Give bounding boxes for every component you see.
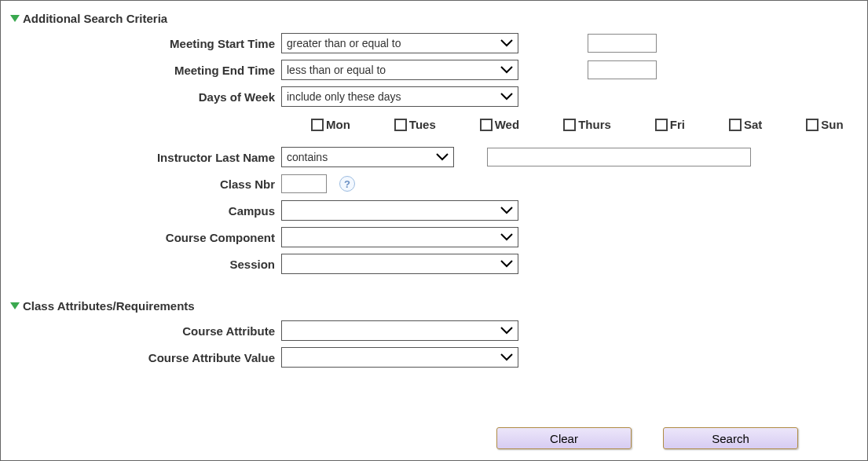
day-tues: Tues	[394, 118, 436, 131]
day-sat-label: Sat	[744, 118, 762, 131]
meeting-start-label: Meeting Start Time	[10, 37, 281, 50]
day-tues-label: Tues	[409, 118, 436, 131]
days-checkbox-row: Mon Tues Wed Thurs Fri Sat	[281, 112, 858, 142]
class-nbr-label: Class Nbr	[10, 177, 281, 191]
day-fri-label: Fri	[670, 118, 685, 131]
chevron-down-icon	[500, 93, 513, 101]
chevron-down-icon	[500, 66, 513, 74]
instructor-name-input[interactable]	[487, 148, 751, 166]
days-of-week-operator-select[interactable]: include only these days	[281, 86, 518, 107]
day-wed-label: Wed	[495, 118, 519, 131]
section2-title: Class Attributes/Requirements	[23, 299, 195, 313]
course-attribute-value-select[interactable]	[281, 347, 518, 368]
chevron-down-icon	[500, 233, 513, 241]
day-thurs: Thurs	[563, 118, 611, 131]
day-thurs-label: Thurs	[578, 118, 611, 131]
campus-select[interactable]	[281, 200, 518, 221]
chevron-down-icon	[500, 353, 513, 361]
instructor-label: Instructor Last Name	[10, 151, 281, 164]
meeting-end-label: Meeting End Time	[10, 64, 281, 77]
chevron-down-icon	[436, 153, 449, 161]
section1-body: Meeting Start Time greater than or equal…	[10, 31, 858, 276]
course-attribute-value-label: Course Attribute Value	[10, 351, 281, 364]
expand-down-icon	[10, 302, 20, 309]
chevron-down-icon	[500, 260, 513, 268]
meeting-start-operator-select[interactable]: greater than or equal to	[281, 33, 518, 53]
checkbox-tues[interactable]	[394, 119, 407, 131]
chevron-down-icon	[500, 327, 513, 335]
meeting-end-time-input[interactable]	[588, 60, 657, 79]
course-attribute-row: Course Attribute	[10, 319, 858, 342]
meeting-end-operator-select[interactable]: less than or equal to	[281, 60, 518, 80]
meeting-end-operator-value: less than or equal to	[287, 64, 386, 76]
meeting-start-operator-value: greater than or equal to	[287, 37, 401, 49]
additional-search-criteria-header[interactable]: Additional Search Criteria	[10, 12, 858, 25]
chevron-down-icon	[500, 207, 513, 214]
day-sun-label: Sun	[821, 118, 843, 131]
instructor-operator-select[interactable]: contains	[281, 147, 454, 167]
day-mon-label: Mon	[326, 118, 350, 131]
session-label: Session	[10, 258, 281, 271]
day-sat: Sat	[729, 118, 762, 131]
checkbox-sat[interactable]	[729, 119, 742, 131]
search-button[interactable]: Search	[663, 427, 798, 449]
chevron-down-icon	[500, 39, 513, 47]
day-fri: Fri	[655, 118, 685, 131]
checkbox-thurs[interactable]	[563, 119, 576, 131]
section2-body: Course Attribute Course Attribute Value	[10, 319, 858, 369]
clear-button[interactable]: Clear	[496, 427, 632, 449]
checkbox-sun[interactable]	[806, 119, 819, 131]
campus-row: Campus	[10, 199, 858, 222]
days-of-week-label: Days of Week	[10, 90, 281, 104]
class-nbr-input[interactable]	[281, 174, 327, 193]
meeting-start-row: Meeting Start Time greater than or equal…	[10, 31, 858, 55]
section1-title: Additional Search Criteria	[23, 12, 167, 25]
campus-label: Campus	[10, 204, 281, 218]
course-attribute-value-row: Course Attribute Value	[10, 346, 858, 369]
days-of-week-row: Days of Week include only these days	[10, 85, 858, 108]
session-select[interactable]	[281, 254, 518, 274]
instructor-row: Instructor Last Name contains	[10, 145, 858, 169]
day-sun: Sun	[806, 118, 843, 131]
meeting-start-time-input[interactable]	[588, 34, 657, 53]
checkbox-fri[interactable]	[655, 119, 668, 131]
search-criteria-panel: Additional Search Criteria Meeting Start…	[0, 0, 868, 461]
class-attributes-header[interactable]: Class Attributes/Requirements	[10, 299, 858, 313]
course-component-select[interactable]	[281, 227, 518, 247]
day-mon: Mon	[311, 118, 350, 131]
days-of-week-operator-value: include only these days	[287, 90, 401, 103]
expand-down-icon	[10, 15, 20, 22]
button-bar: Clear Search	[496, 427, 798, 449]
checkbox-mon[interactable]	[311, 119, 324, 131]
course-attribute-label: Course Attribute	[10, 324, 281, 338]
session-row: Session	[10, 252, 858, 276]
course-component-row: Course Component	[10, 225, 858, 249]
day-wed: Wed	[480, 118, 519, 131]
help-icon[interactable]: ?	[339, 176, 355, 192]
class-nbr-row: Class Nbr ?	[10, 172, 858, 196]
instructor-operator-value: contains	[287, 151, 328, 163]
checkbox-wed[interactable]	[480, 119, 493, 131]
course-component-label: Course Component	[10, 231, 281, 244]
meeting-end-row: Meeting End Time less than or equal to	[10, 58, 858, 82]
course-attribute-select[interactable]	[281, 320, 518, 341]
